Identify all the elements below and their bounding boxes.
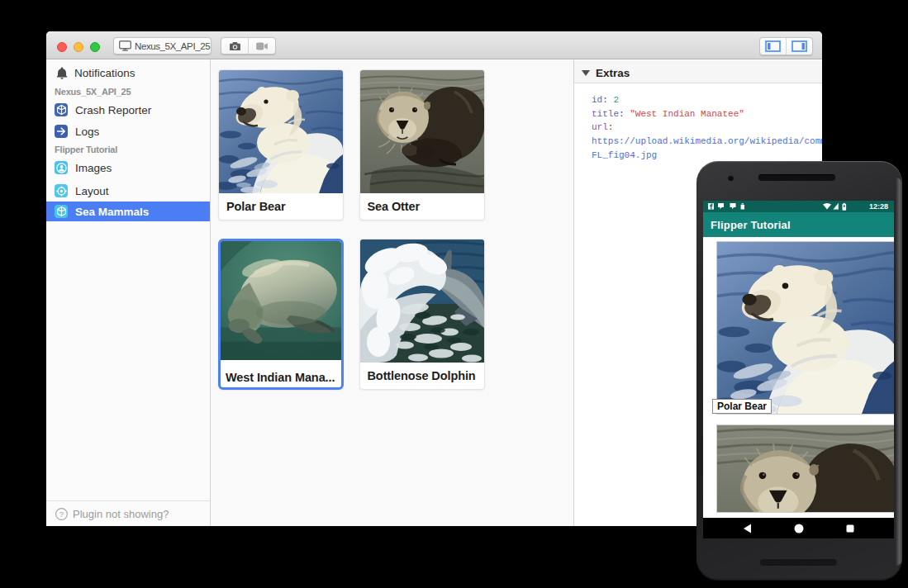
svg-text:?: ? [59, 510, 64, 519]
